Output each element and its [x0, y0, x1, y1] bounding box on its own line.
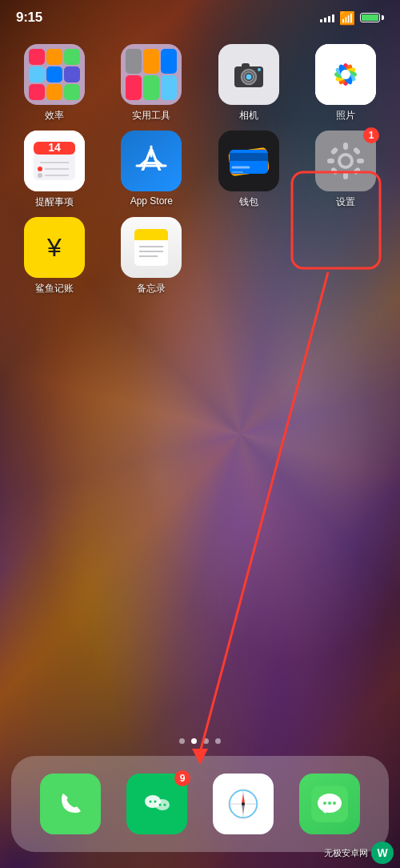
signal-bar-3: [328, 16, 330, 22]
svg-rect-39: [343, 172, 348, 179]
page-dot-1[interactable]: [179, 738, 185, 744]
wechat-svg: [138, 786, 175, 822]
folder-mini-6: [64, 66, 80, 82]
messages-dock-icon: [299, 774, 360, 834]
svg-point-56: [155, 799, 170, 810]
wechat-badge: 9: [174, 770, 190, 786]
page-dot-2[interactable]: [191, 738, 197, 744]
svg-rect-40: [327, 159, 334, 163]
status-icons: 📶: [320, 10, 384, 26]
folder-mini-9: [64, 84, 80, 100]
svg-rect-32: [230, 153, 268, 161]
wifi-icon: 📶: [339, 10, 355, 26]
camera-svg: [230, 55, 268, 94]
messages-svg: [311, 786, 348, 822]
shark-app-item[interactable]: ¥ 鲨鱼记账: [14, 217, 94, 295]
status-bar: 9:15 📶: [0, 0, 400, 35]
wallet-label: 钱包: [239, 195, 258, 209]
svg-point-74: [333, 802, 336, 805]
utility-label: 实用工具: [132, 109, 170, 123]
page-dot-4[interactable]: [215, 738, 221, 744]
util-mini-3: [161, 49, 177, 74]
settings-app-icon: 1: [315, 131, 376, 191]
utility-folder-grid: [121, 44, 182, 105]
safari-dock-item[interactable]: [213, 774, 274, 834]
appstore-svg: A: [132, 142, 170, 180]
phone-dock-item[interactable]: [40, 774, 101, 834]
util-mini-4: [126, 75, 142, 100]
notes-app-icon: [121, 217, 182, 278]
photos-svg: [315, 44, 376, 105]
utility-folder-icon: [121, 44, 182, 105]
wallet-app-item[interactable]: 钱包: [209, 131, 289, 209]
utility-folder-item[interactable]: 实用工具: [111, 44, 191, 123]
folder-grid: [24, 44, 85, 105]
safari-svg: [225, 786, 262, 822]
reminders-app-item[interactable]: 14 提醒事项: [14, 131, 94, 209]
watermark-site: 无极安卓网: [324, 847, 368, 859]
notes-label: 备忘录: [137, 282, 166, 295]
app-grid: 效率 实用工具: [0, 44, 400, 303]
signal-bar-2: [324, 18, 326, 22]
folder-mini-3: [64, 49, 80, 65]
svg-point-58: [154, 801, 157, 803]
svg-point-6: [258, 68, 261, 71]
svg-point-37: [341, 156, 350, 166]
battery-fill: [362, 14, 378, 21]
page-dot-3[interactable]: [203, 738, 209, 744]
watermark-logo: W: [371, 842, 394, 864]
signal-bar-4: [332, 14, 334, 22]
photos-label: 照片: [336, 109, 355, 123]
svg-rect-5: [242, 63, 250, 68]
svg-point-68: [242, 802, 245, 806]
svg-point-20: [38, 167, 42, 171]
folder-mini-1: [29, 49, 45, 65]
reminders-svg: 14: [24, 131, 85, 191]
settings-badge: 1: [363, 127, 379, 143]
settings-app-item[interactable]: 1 设置: [306, 131, 386, 209]
phone-svg: [52, 786, 89, 822]
efficiency-folder-icon: [24, 44, 85, 105]
efficiency-folder-item[interactable]: 效率: [14, 44, 94, 123]
safari-dock-icon: [213, 774, 274, 834]
settings-label: 设置: [336, 195, 355, 209]
svg-rect-38: [343, 143, 348, 150]
messages-dock-item[interactable]: [299, 774, 360, 834]
efficiency-label: 效率: [45, 109, 64, 123]
settings-svg: [324, 139, 367, 183]
folder-mini-5: [46, 66, 62, 82]
appstore-label: App Store: [130, 195, 173, 207]
signal-icon: [320, 13, 334, 22]
page-dots: [0, 738, 400, 744]
photos-app-icon: [315, 44, 376, 105]
svg-text:¥: ¥: [46, 233, 62, 262]
shark-svg: ¥: [33, 226, 76, 269]
svg-rect-53: [52, 786, 89, 822]
reminders-label: 提醒事项: [35, 195, 74, 209]
photos-app-item[interactable]: 照片: [306, 44, 386, 123]
appstore-app-item[interactable]: A App Store: [111, 131, 191, 209]
wechat-dock-item[interactable]: 9: [126, 774, 187, 834]
app-row-3: ¥ 鲨鱼记账 备忘录: [14, 217, 386, 295]
app-row-2: 14 提醒事项 A App S: [14, 131, 386, 209]
battery-tip: [382, 15, 384, 20]
svg-point-59: [159, 804, 162, 806]
util-mini-1: [126, 49, 142, 74]
util-mini-5: [143, 75, 159, 100]
notes-app-item[interactable]: 备忘录: [111, 217, 191, 295]
camera-label: 相机: [239, 109, 258, 123]
battery-icon: [360, 13, 384, 22]
svg-point-73: [328, 802, 331, 805]
camera-app-item[interactable]: 相机: [209, 44, 289, 123]
battery-body: [360, 13, 380, 22]
svg-point-22: [38, 173, 42, 178]
camera-app-icon: [218, 44, 279, 105]
util-mini-6: [161, 75, 177, 100]
dock: 9: [11, 756, 389, 852]
folder-mini-4: [29, 66, 45, 82]
shark-app-icon: ¥: [24, 217, 85, 278]
wallet-app-icon: [218, 131, 279, 191]
util-mini-2: [143, 49, 159, 74]
wechat-dock-icon: 9: [126, 774, 187, 834]
folder-mini-8: [46, 84, 62, 100]
